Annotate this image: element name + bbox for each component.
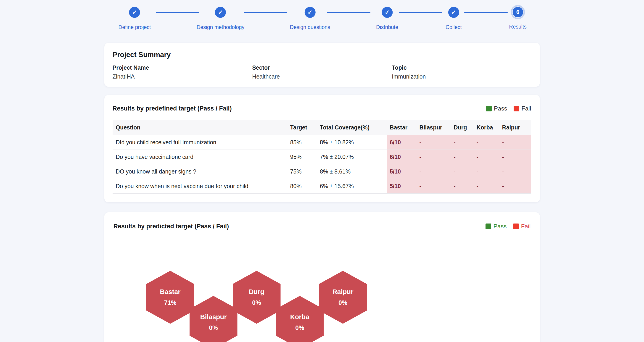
stepper: Define projectDesign methodologyDesign q… (104, 0, 540, 35)
step-distribute[interactable]: Distribute (376, 7, 398, 30)
question-cell: DO you know all danger signs ? (112, 164, 288, 179)
field-label: Sector (252, 64, 392, 71)
legend-pass: Pass (486, 223, 507, 230)
pass-swatch-icon (486, 106, 492, 112)
district-score-cell: 6/10 (387, 150, 417, 164)
hexagon-district-name: Bilaspur (200, 313, 226, 321)
step-define-project[interactable]: Define project (118, 7, 151, 30)
step-design-methodology[interactable]: Design methodology (197, 7, 244, 30)
district-score-cell: - (474, 150, 500, 164)
step-connector-line (156, 12, 199, 13)
hexagon-percentage-value: 0% (338, 299, 347, 306)
column-header-question: Question (112, 120, 288, 135)
column-header-bastar: Bastar (387, 120, 417, 135)
check-icon (382, 7, 393, 18)
predicted-card-header: Results by predicted target (Pass / Fail… (114, 223, 531, 230)
predicted-results-title: Results by predicted target (Pass / Fail… (114, 223, 229, 230)
legend-fail: Fail (514, 105, 531, 112)
fail-swatch-icon (514, 106, 519, 112)
field-label: Topic (392, 64, 532, 71)
step-label: Design questions (290, 24, 330, 30)
district-score-cell: - (500, 150, 531, 164)
field-value: ZinatIHA (112, 73, 252, 80)
step-number-badge: 6 (512, 7, 523, 17)
legend-pass-label: Pass (494, 223, 507, 230)
target-cell: 75% (288, 164, 317, 179)
check-icon (304, 7, 316, 18)
table-row: Do you know when is next vaccine due for… (112, 179, 531, 194)
district-score-cell: - (451, 179, 474, 194)
predefined-card-header: Results by predefined target (Pass / Fai… (112, 105, 531, 112)
target-cell: 85% (288, 135, 317, 150)
table-row: Do you have vaccinationc card95%7% ± 20.… (112, 150, 531, 164)
predicted-legend: Pass Fail (482, 223, 531, 230)
column-header-bilaspur: Bilaspur (417, 120, 451, 135)
predicted-results-card: Results by predicted target (Pass / Fail… (104, 212, 540, 342)
header-row: QuestionTargetTotal Coverage(%)BastarBil… (112, 120, 531, 135)
table-row: DO you know all danger signs ?75%8% ± 8.… (112, 164, 531, 179)
district-score-cell: - (417, 164, 451, 179)
legend-pass: Pass (486, 105, 507, 112)
hexagon-district-name: Raipur (332, 288, 354, 296)
page-content: Define projectDesign methodologyDesign q… (104, 0, 540, 342)
pass-swatch-icon (486, 224, 491, 229)
step-label: Results (509, 24, 526, 30)
district-score-cell: 5/10 (387, 179, 417, 194)
hexagon-district-name: Korba (290, 313, 310, 321)
column-header-total-coverage: Total Coverage(%) (317, 120, 387, 135)
district-score-cell: 5/10 (387, 164, 417, 179)
predefined-results-title: Results by predefined target (Pass / Fai… (112, 105, 232, 112)
field-label: Project Name (112, 64, 252, 71)
check-icon (215, 7, 226, 18)
district-score-cell: - (417, 135, 451, 150)
district-score-cell: - (451, 164, 474, 179)
column-header-raipur: Raipur (500, 120, 531, 135)
question-cell: Do you know when is next vaccine due for… (112, 179, 288, 194)
step-label: Design methodology (197, 24, 244, 30)
legend-fail-label: Fail (521, 223, 531, 230)
step-design-questions[interactable]: Design questions (290, 7, 330, 30)
column-header-korba: Korba (474, 120, 500, 135)
target-cell: 80% (288, 179, 317, 194)
district-score-cell: - (500, 135, 531, 150)
step-connector-line (327, 12, 370, 13)
predefined-results-card: Results by predefined target (Pass / Fai… (104, 95, 540, 202)
target-cell: 95% (288, 150, 317, 164)
hexagon-percentage-value: 0% (252, 299, 261, 306)
coverage-cell: 8% ± 10.82% (317, 135, 387, 150)
district-score-cell: - (500, 164, 531, 179)
district-score-cell: - (451, 135, 474, 150)
district-score-cell: - (417, 150, 451, 164)
results-table-head: QuestionTargetTotal Coverage(%)BastarBil… (112, 120, 531, 135)
column-header-durg: Durg (451, 120, 474, 135)
field-topic: Topic Immunization (392, 64, 532, 80)
field-sector: Sector Healthcare (252, 64, 392, 80)
fail-swatch-icon (513, 224, 519, 229)
results-table-body: DId you child received full Immunization… (112, 135, 531, 194)
district-score-cell: - (500, 179, 531, 194)
check-icon (129, 7, 140, 18)
step-collect[interactable]: Collect (446, 7, 462, 30)
district-score-cell: 6/10 (387, 135, 417, 150)
project-summary-fields: Project Name ZinatIHA Sector Healthcare … (112, 64, 532, 80)
predefined-legend: Pass Fail (483, 105, 531, 112)
step-connector-line (399, 12, 442, 13)
step-label: Define project (118, 24, 151, 30)
hexagon-percentage-value: 0% (209, 324, 218, 332)
step-label: Collect (446, 24, 462, 30)
district-score-cell: - (474, 135, 500, 150)
step-connector-line (244, 12, 287, 13)
district-score-cell: - (451, 150, 474, 164)
field-value: Healthcare (252, 73, 392, 80)
field-project-name: Project Name ZinatIHA (112, 64, 252, 80)
project-summary-title: Project Summary (112, 51, 532, 59)
hexagon-district-name: Bastar (160, 288, 180, 296)
step-connector-line (464, 12, 508, 13)
step-label: Distribute (376, 24, 398, 30)
coverage-cell: 6% ± 15.67% (317, 179, 387, 194)
step-results[interactable]: 6Results (509, 7, 526, 30)
coverage-cell: 8% ± 8.61% (317, 164, 387, 179)
district-score-cell: - (417, 179, 451, 194)
project-summary-card: Project Summary Project Name ZinatIHA Se… (104, 43, 540, 87)
legend-fail: Fail (513, 223, 531, 230)
